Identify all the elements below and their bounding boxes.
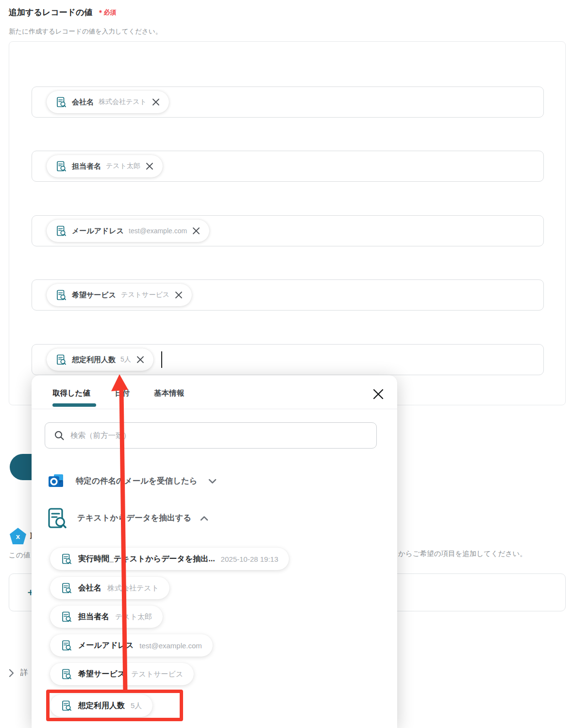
search-icon: [54, 430, 65, 441]
field-input-service[interactable]: 希望サービス テストサービス: [32, 279, 544, 311]
helper-text-left-fragment: この値: [9, 551, 30, 560]
item-label: 会社名: [78, 583, 101, 593]
divider: [32, 409, 397, 409]
group-text-extraction[interactable]: テキストからデータを抽出する: [45, 506, 208, 530]
list-item-email[interactable]: メールアドレス test@example.com: [50, 634, 213, 657]
chip-value: 株式会社テスト: [99, 98, 147, 106]
list-item-company[interactable]: 会社名 株式会社テスト: [50, 577, 169, 599]
doc-search-icon: [55, 225, 67, 237]
list-item-users[interactable]: 想定利用人数 5人: [50, 694, 152, 717]
field-input-contact[interactable]: 担当者名 テスト太郎: [32, 151, 544, 182]
app-badge-icon: x: [10, 528, 26, 544]
chip-value: 5人: [120, 355, 131, 364]
tab-date[interactable]: 日付: [115, 388, 130, 399]
page-title: 追加するレコードの値 ＊必須: [9, 7, 116, 18]
doc-search-icon: [61, 700, 72, 711]
chip-label: 想定利用人数: [72, 355, 116, 364]
item-value: 5人: [131, 701, 142, 711]
search-input[interactable]: [69, 431, 376, 440]
value-chip[interactable]: 会社名 株式会社テスト: [47, 91, 169, 113]
doc-search-icon: [55, 289, 67, 301]
text-cursor: [161, 351, 162, 368]
close-icon[interactable]: [372, 388, 385, 400]
doc-search-icon: [61, 611, 72, 623]
doc-search-icon: [61, 582, 72, 594]
item-label: 実行時間_テキストからデータを抽出...: [78, 554, 215, 564]
doc-search-icon: [61, 668, 72, 680]
search-box[interactable]: [45, 422, 377, 449]
close-icon[interactable]: [152, 98, 160, 106]
close-icon[interactable]: [192, 226, 201, 235]
field-input-company[interactable]: 会社名 株式会社テスト: [32, 87, 544, 118]
chip-label: メールアドレス: [72, 226, 124, 236]
item-value: test@example.com: [139, 641, 202, 650]
list-item-service[interactable]: 希望サービス テストサービス: [50, 663, 194, 685]
item-value: 2025-10-28 19:13: [221, 555, 278, 563]
page-title-text: 追加するレコードの値: [9, 7, 92, 18]
item-value: テストサービス: [131, 670, 183, 679]
doc-search-icon: [61, 553, 72, 565]
list-item-exec-time[interactable]: 実行時間_テキストからデータを抽出... 2025-10-28 19:13: [50, 548, 289, 570]
required-badge: ＊必須: [97, 8, 116, 17]
details-expander[interactable]: 詳: [9, 668, 28, 678]
chip-value: テストサービス: [121, 291, 169, 299]
popup-tabs: 取得した値 日付 基本情報: [52, 388, 184, 399]
group-label: 特定の件名のメールを受信したら: [76, 476, 198, 486]
item-label: 担当者名: [78, 612, 109, 622]
doc-search-icon: [61, 640, 72, 651]
chevron-right-icon: [9, 669, 14, 677]
value-chip[interactable]: 担当者名 テスト太郎: [47, 155, 163, 177]
close-icon[interactable]: [145, 162, 154, 171]
tab-basic-info[interactable]: 基本情報: [154, 388, 184, 399]
details-label-fragment: 詳: [20, 668, 28, 678]
list-item-contact[interactable]: 担当者名 テスト太郎: [50, 606, 163, 628]
item-label: メールアドレス: [78, 641, 134, 651]
chip-label: 担当者名: [72, 162, 101, 171]
group-label: テキストからデータを抽出する: [77, 513, 191, 523]
outlook-icon: [48, 472, 65, 490]
doc-search-icon: [55, 354, 67, 365]
field-input-users[interactable]: 想定利用人数 5人: [32, 344, 544, 375]
helper-text-right-fragment: からご希望の項目を追加してください。: [398, 549, 527, 558]
doc-search-icon: [45, 506, 68, 530]
field-input-email[interactable]: メールアドレス test@example.com: [32, 215, 544, 246]
doc-search-icon: [55, 160, 67, 172]
tab-obtained-values[interactable]: 取得した値: [52, 388, 90, 399]
chevron-up-icon: [200, 516, 208, 521]
value-picker-popup: 取得した値 日付 基本情報 特定の件名のメールを受信したら テキストからデータを…: [32, 375, 397, 728]
active-tab-underline: [52, 403, 96, 407]
item-label: 想定利用人数: [78, 701, 125, 711]
item-value: 株式会社テスト: [107, 584, 159, 593]
value-chip[interactable]: 想定利用人数 5人: [47, 348, 153, 371]
item-value: テスト太郎: [115, 612, 152, 622]
chip-value: テスト太郎: [106, 162, 140, 171]
chip-value: test@example.com: [129, 227, 187, 235]
close-icon[interactable]: [136, 355, 145, 364]
doc-search-icon: [55, 96, 67, 108]
chip-label: 希望サービス: [72, 291, 116, 300]
chip-label: 会社名: [72, 98, 94, 107]
chevron-down-icon: [208, 479, 217, 484]
value-chip[interactable]: メールアドレス test@example.com: [47, 220, 209, 242]
page-subtitle: 新たに作成するレコードの値を入力してください。: [9, 27, 162, 36]
group-outlook-trigger[interactable]: 特定の件名のメールを受信したら: [48, 472, 217, 490]
close-icon[interactable]: [174, 291, 183, 299]
item-label: 希望サービス: [78, 669, 125, 679]
value-chip[interactable]: 希望サービス テストサービス: [47, 284, 192, 306]
